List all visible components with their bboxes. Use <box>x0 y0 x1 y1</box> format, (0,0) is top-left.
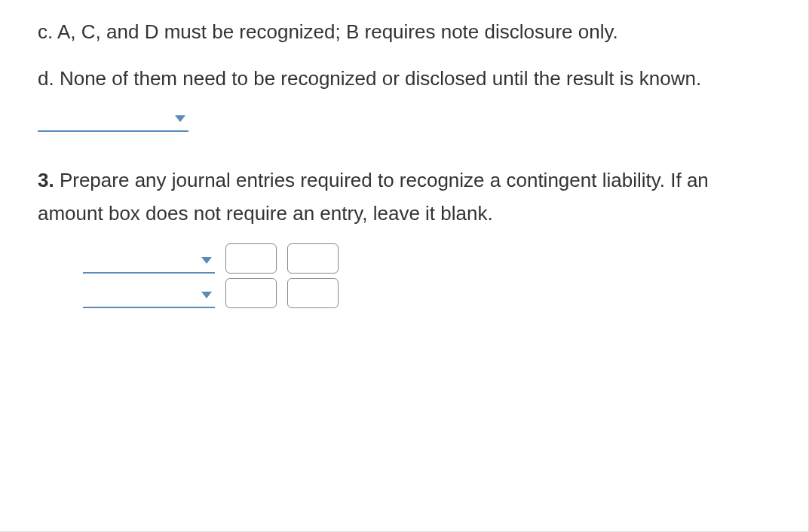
credit-amount-2[interactable] <box>287 278 339 308</box>
credit-amount-1[interactable] <box>287 243 339 274</box>
account-dropdown-1[interactable] <box>83 251 215 274</box>
option-d: d. None of them need to be recognized or… <box>38 62 771 95</box>
question-3-text: Prepare any journal entries required to … <box>38 169 709 225</box>
question-3: 3. Prepare any journal entries required … <box>38 164 771 230</box>
option-c: c. A, C, and D must be recognized; B req… <box>38 15 771 48</box>
journal-entry-row-2 <box>83 278 771 308</box>
option-d-text: d. None of them need to be recognized or… <box>38 67 701 90</box>
chevron-down-icon <box>175 115 185 122</box>
question-3-number: 3. <box>38 169 54 191</box>
chevron-down-icon <box>201 257 212 264</box>
journal-entry-row-1 <box>83 243 771 274</box>
option-c-text: c. A, C, and D must be recognized; B req… <box>38 20 618 43</box>
debit-amount-2[interactable] <box>225 278 277 308</box>
chevron-down-icon <box>201 292 212 298</box>
journal-entry-rows <box>38 243 771 308</box>
answer-dropdown[interactable] <box>38 109 188 132</box>
answer-dropdown-row <box>38 109 771 142</box>
debit-amount-1[interactable] <box>225 243 277 274</box>
account-dropdown-2[interactable] <box>83 286 215 308</box>
